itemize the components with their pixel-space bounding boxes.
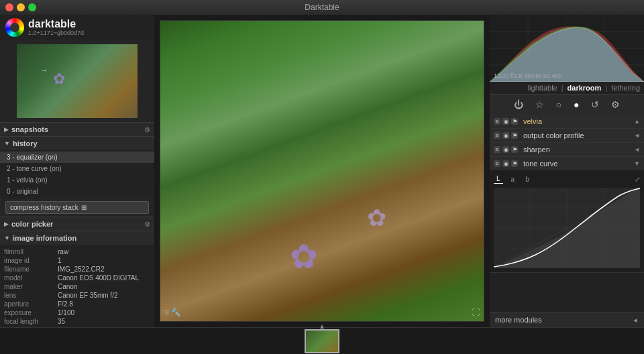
sharpen-name: sharpen [523,145,631,154]
history-item-2[interactable]: 2 - tone curve (on) [0,163,154,174]
info-filename-label: filename [4,266,58,273]
velvia-flag[interactable]: ⚑ [511,118,518,125]
color-picker-title: color picker [11,220,53,228]
right-panel: 1/100 f/2.8 35mm iso 400 lighttable | da… [490,15,644,327]
info-focallength-value: 35 [58,318,65,325]
compress-icon: ⊞ [81,204,87,211]
compress-history-button[interactable]: compress history stack ⊞ [5,201,149,214]
main-image-container[interactable]: ✿ ✿ ≡ 🔧 ⛶ [160,20,484,322]
info-focallength: focal length 35 [4,317,150,326]
module-tonecurve-controls: ≡ ◉ ⚑ [494,160,518,167]
info-maker-value: Canon [58,283,77,290]
nav-lighttable[interactable]: lighttable [528,84,557,92]
star-icon[interactable]: ☆ [534,98,545,111]
history-header[interactable]: ▼ history [0,136,154,150]
nav-sep1: | [561,84,564,92]
tonecurve-eye[interactable]: ◉ [502,160,509,167]
module-icons-bar: ⏻ ☆ ○ ● ↺ ⚙ [490,94,644,115]
tone-curve-graph[interactable] [494,188,640,268]
info-imageid-label: image id [4,257,58,264]
snapshots-header[interactable]: ▶ snapshots ⚙ [0,122,154,136]
history-item-3[interactable]: 3 - equalizer (on) [0,152,154,163]
color-picker-collapse-icon: ▶ [4,221,9,227]
snapshots-section: ▶ snapshots ⚙ [0,122,154,136]
thumbnail-arrow: → [41,66,48,74]
velvia-eye[interactable]: ◉ [502,118,509,125]
info-filename-value: IMG_2522.CR2 [58,266,104,273]
minimize-button[interactable] [17,3,25,11]
compress-history-label: compress history stack [10,204,78,211]
close-button[interactable] [5,3,13,11]
image-info-collapse-icon: ▼ [4,235,10,241]
tone-curve-content: L a b ⤢ [490,170,644,272]
app-header: darktable 1.0+1171~gb0d0d7d [0,15,154,40]
tone-curve-name: tone curve [523,160,631,168]
history-item-0[interactable]: 0 - original [0,186,154,197]
info-maker: maker Canon [4,282,150,291]
snapshots-gear-icon[interactable]: ⚙ [144,126,150,133]
module-velvia-header[interactable]: ≡ ◉ ⚑ velvia ▲ [490,115,644,128]
window-controls[interactable] [5,3,36,11]
output-color-arrow[interactable]: ◄ [634,132,640,139]
circle-icon[interactable]: ○ [555,98,563,111]
gear-icon[interactable]: ⚙ [610,98,621,111]
info-aperture-value: F/2.8 [58,300,73,308]
tone-curve-arrow[interactable]: ▼ [634,160,640,167]
nav-darkroom[interactable]: darkroom [568,84,602,92]
info-model-label: model [4,274,58,282]
info-exposure-value: 1/100 [58,309,74,316]
image-info-header[interactable]: ▼ image information [0,231,154,245]
module-list: ≡ ◉ ⚑ velvia ▲ ≡ ◉ ⚑ output color pro [490,115,644,312]
output-flag[interactable]: ⚑ [511,132,518,139]
more-modules-bar[interactable]: more modules ◄ [490,312,644,327]
history-list: 3 - equalizer (on) 2 - tone curve (on) 1… [0,150,154,198]
nav-tethering[interactable]: tethering [611,84,640,92]
color-picker-gear-icon[interactable]: ⚙ [144,221,150,228]
sharpen-arrow[interactable]: ◄ [634,146,640,153]
info-aperture-label: aperture [4,300,58,308]
tone-curve-svg [494,188,640,268]
logo-inner [10,23,19,32]
velvia-name: velvia [523,117,631,125]
filmstrip-thumbnail[interactable] [305,329,339,353]
tc-tab-L[interactable]: L [494,174,503,184]
filmstrip-arrow-up: ▲ [319,322,325,330]
refresh-icon[interactable]: ↺ [590,98,600,111]
circle-filled-icon[interactable]: ● [572,98,580,111]
info-exposure: exposure 1/100 [4,308,150,317]
output-eye[interactable]: ◉ [502,132,509,139]
logo-name: darktable [28,19,84,30]
power-icon[interactable]: ⏻ [513,98,525,111]
sharpen-toggle[interactable]: ≡ [494,146,500,153]
module-output-color-header[interactable]: ≡ ◉ ⚑ output color profile ◄ [490,129,644,142]
output-toggle[interactable]: ≡ [494,132,500,139]
tonecurve-toggle[interactable]: ≡ [494,160,500,167]
info-filmroll-value: raw [58,248,68,255]
color-picker-header[interactable]: ▶ color picker ⚙ [0,217,154,231]
info-lens-value: Canon EF 35mm f/2 [58,292,117,299]
velvia-toggle[interactable]: ≡ [494,118,500,125]
more-modules-label: more modules [495,316,542,324]
module-sharpen-header[interactable]: ≡ ◉ ⚑ sharpen ◄ [490,143,644,156]
overlay-right-icon[interactable]: ⛶ [472,308,480,317]
logo-text-area: darktable 1.0+1171~gb0d0d7d [28,19,84,36]
history-item-1[interactable]: 1 - velvia (on) [0,174,154,186]
tone-curve-tabs: L a b ⤢ [494,174,640,184]
app-title: Darktable [305,3,339,12]
more-modules-arrow: ◄ [632,316,639,324]
info-filmroll: filmroll raw [4,247,150,256]
sharpen-eye[interactable]: ◉ [502,146,509,153]
tc-expand-icon[interactable]: ⤢ [635,176,640,183]
tonecurve-flag[interactable]: ⚑ [511,160,518,167]
color-picker-section: ▶ color picker ⚙ [0,217,154,231]
module-tone-curve-header[interactable]: ≡ ◉ ⚑ tone curve ▼ [490,157,644,170]
tc-tab-b[interactable]: b [523,175,532,184]
maximize-button[interactable] [28,3,36,11]
overlay-left-icon[interactable]: ≡ 🔧 [164,308,181,317]
center-area: ✿ ✿ ≡ 🔧 ⛶ [154,15,490,327]
image-info-section: ▼ image information filmroll raw image i… [0,231,154,327]
sharpen-flag[interactable]: ⚑ [511,146,518,153]
tc-tab-a[interactable]: a [508,175,518,184]
velvia-arrow[interactable]: ▲ [634,118,640,125]
info-filmroll-label: filmroll [4,248,58,255]
